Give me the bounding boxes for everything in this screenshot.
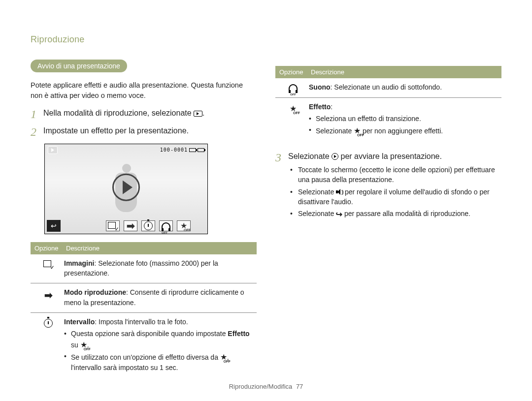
th-option-r: Opzione: [279, 68, 311, 76]
eb2a: Selezionate: [316, 127, 354, 135]
step-1-text-suffix: .: [202, 109, 204, 117]
th-description-r: Descrizione: [311, 68, 498, 76]
row-effect-suffix: :: [331, 103, 332, 111]
row-interval-body: : Imposta l'intervallo tra le foto.: [95, 318, 188, 326]
star-off-icon-2: ★OFF: [220, 351, 227, 363]
page-number: 77: [296, 383, 303, 390]
section-title: Riproduzione: [31, 34, 257, 45]
row-interval-desc: Intervallo: Imposta l'intervallo tra le …: [64, 317, 255, 373]
step-1-number: 1: [31, 108, 43, 121]
arrow-right-icon: ➡: [44, 289, 53, 301]
row-playmode-desc: Modo riproduzione: Consente di riprodurr…: [64, 287, 255, 308]
playmode-option-icon[interactable]: ➡: [124, 220, 137, 231]
step-1-text-a: Nella modalità di riproduzione, selezion…: [43, 109, 194, 117]
row-interval: Intervallo: Imposta l'intervallo tra le …: [31, 313, 257, 378]
intro-paragraph: Potete applicare effetti e audio alla pr…: [31, 80, 257, 101]
s3b3b: per passare alla modalità di riproduzion…: [344, 210, 470, 217]
images-option-icon[interactable]: [106, 220, 120, 231]
step-3-text: Selezionate per avviare la presentazione…: [288, 151, 501, 162]
ib1b: Effetto: [228, 330, 249, 338]
s3a: Selezionate: [288, 152, 332, 160]
interval-option-icon[interactable]: [141, 220, 155, 231]
step-3-number: 3: [275, 151, 288, 164]
ib1a: Questa opzione sarà disponibile quando i…: [71, 330, 228, 338]
camera-screenshot: 100-0001 ↩ ➡ OFF ★OFF: [44, 144, 208, 234]
star-off-icon: ★OFF: [80, 339, 87, 350]
th-option: Opzione: [34, 245, 66, 252]
page-footer: Riproduzione/Modifica 77: [0, 383, 532, 390]
option-icons-row: ➡ OFF ★OFF: [106, 220, 191, 231]
effect-option-icon[interactable]: ★OFF: [177, 220, 191, 231]
row-effect-desc: Effetto: Seleziona un effetto di transiz…: [309, 102, 499, 137]
step3-bullet-3: Selezionate ↩ per passare alla modalità …: [290, 209, 501, 220]
playback-mode-icon: [48, 146, 58, 154]
step-3: 3 Selezionate per avviare la presentazio…: [275, 151, 501, 222]
effect-bullet-1: Seleziona un effetto di transizione.: [309, 114, 499, 123]
interval-bullet-2: Se utilizzato con un'opzione di effetto …: [64, 351, 255, 372]
left-column: Riproduzione Avvio di una presentazione …: [31, 34, 257, 378]
row-sound-title: Suono: [309, 83, 331, 91]
page: Riproduzione Avvio di una presentazione …: [0, 0, 532, 378]
row-sound-body: : Selezionate un audio di sottofondo.: [331, 83, 442, 91]
row-interval-title: Intervallo: [64, 318, 95, 326]
s3b: per avviare la presentazione.: [338, 152, 442, 160]
step-2-text: Impostate un effetto per la presentazion…: [43, 125, 257, 136]
s3b3a: Selezionate: [298, 210, 336, 217]
s3b2a: Selezionate: [298, 188, 336, 196]
options-table-left: Opzione Descrizione Immagini: Selezionat…: [31, 242, 257, 378]
table-header-left: Opzione Descrizione: [31, 242, 257, 254]
step-1: 1 Nella modalità di riproduzione, selezi…: [31, 108, 257, 121]
interval-bullet-1: Questa opzione sarà disponibile quando i…: [64, 329, 255, 350]
ib2a: Se utilizzato con un'opzione di effetto …: [71, 353, 220, 361]
step-3-content: Selezionate per avviare la presentazione…: [288, 151, 501, 222]
star-off-icon-4: ★OFF: [354, 125, 361, 136]
row-images-desc: Immagini: Selezionate foto (massimo 2000…: [64, 258, 255, 278]
right-column: Opzione Descrizione OFF Suono: Seleziona…: [275, 34, 501, 378]
screenshot-topbar: 100-0001: [48, 146, 204, 154]
star-off-icon-3: ★OFF: [290, 104, 297, 113]
battery-icon: [198, 148, 204, 152]
effect-bullet-2: Selezionate ★OFF per non aggiungere effe…: [309, 125, 499, 136]
row-effect: ★OFF Effetto: Seleziona un effetto di tr…: [275, 98, 501, 142]
table-header-right: Opzione Descrizione: [275, 66, 501, 78]
timer-icon: [44, 319, 53, 328]
row-sound: OFF Suono: Selezionate un audio di sotto…: [275, 78, 501, 98]
step3-bullet-2: Selezionate )) per regolare il volume de…: [290, 187, 501, 207]
play-button-large[interactable]: [112, 173, 140, 201]
row-playmode: ➡ Modo riproduzione: Consente di riprodu…: [31, 283, 257, 313]
row-images: Immagini: Selezionate foto (massimo 2000…: [31, 254, 257, 284]
eb2b: per non aggiungere effetti.: [361, 127, 443, 135]
sound-option-icon[interactable]: OFF: [159, 220, 173, 231]
th-description: Descrizione: [66, 245, 253, 252]
ib1c: su: [71, 341, 80, 349]
options-table-right: Opzione Descrizione OFF Suono: Seleziona…: [275, 66, 501, 142]
subsection-pill: Avvio di una presentazione: [31, 60, 127, 72]
counter-text: 100-0001: [160, 147, 188, 153]
slideshow-icon: [194, 111, 202, 117]
row-sound-desc: Suono: Selezionate un audio di sottofond…: [309, 82, 499, 93]
storage-icon: [189, 148, 196, 152]
step-2-number: 2: [31, 125, 43, 138]
row-effect-title: Effetto: [309, 103, 331, 111]
image-counter: 100-0001: [160, 147, 204, 153]
return-icon: ↩: [336, 209, 342, 220]
row-playmode-title: Modo riproduzione: [64, 288, 126, 296]
step3-bullet-1: Toccate lo schermo (eccetto le icone del…: [290, 165, 501, 185]
speaker-icon: )): [336, 189, 343, 195]
footer-text: Riproduzione/Modifica: [229, 383, 293, 390]
back-button[interactable]: ↩: [47, 220, 61, 232]
step-2: 2 Impostate un effetto per la presentazi…: [31, 125, 257, 138]
row-images-title: Immagini: [64, 259, 94, 267]
images-icon: [43, 260, 53, 268]
headphone-icon: [289, 84, 298, 91]
screenshot-bottombar: ↩ ➡ OFF ★OFF: [47, 220, 205, 232]
play-circle-icon: [332, 153, 338, 160]
step-1-text: Nella modalità di riproduzione, selezion…: [43, 108, 257, 119]
